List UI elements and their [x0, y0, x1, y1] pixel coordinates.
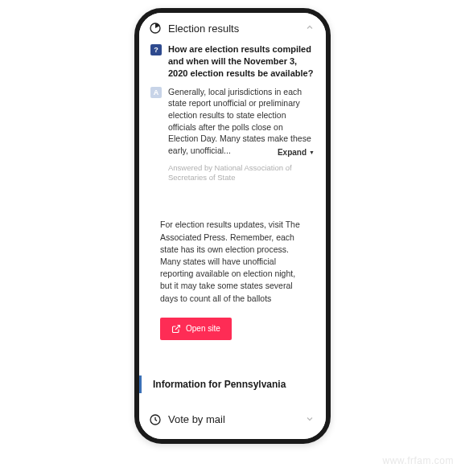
pie-chart-icon [149, 22, 162, 35]
caret-down-icon: ▼ [309, 150, 315, 155]
phone-frame: Election results ? How are election resu… [134, 8, 331, 444]
open-site-button[interactable]: Open site [160, 318, 232, 340]
info-block: For election results updates, visit The … [139, 195, 326, 353]
clock-icon [149, 413, 162, 426]
expand-label: Expand [278, 148, 307, 157]
screen: Election results ? How are election resu… [139, 13, 326, 439]
state-section-title: Information for Pennsylvania [139, 375, 326, 393]
answer-badge-icon: A [150, 87, 162, 98]
qa-block: ? How are election results compiled and … [139, 43, 326, 195]
info-body: For election results updates, visit The … [160, 219, 305, 305]
question-text: How are election results compiled and wh… [168, 43, 315, 80]
question-row: ? How are election results compiled and … [150, 43, 315, 80]
section-polling-place[interactable]: Find your polling place [139, 435, 326, 439]
section-election-results[interactable]: Election results [139, 13, 326, 43]
section-vote-by-mail[interactable]: Vote by mail [139, 404, 326, 435]
answer-row: A Generally, local jurisdictions in each… [150, 86, 315, 157]
chevron-up-icon [305, 21, 315, 35]
external-link-icon [171, 324, 181, 334]
answer-text: Generally, local jurisdictions in each s… [168, 86, 315, 157]
attribution-text: Answered by National Association of Secr… [150, 163, 315, 184]
svg-line-1 [175, 325, 180, 330]
watermark: www.frfam.com [382, 455, 454, 466]
chevron-down-icon [305, 412, 315, 427]
section-title: Election results [168, 23, 298, 35]
expand-button[interactable]: Expand ▼ [270, 148, 315, 157]
vote-by-mail-label: Vote by mail [168, 413, 298, 425]
question-badge-icon: ? [150, 44, 162, 55]
open-site-label: Open site [186, 324, 220, 333]
